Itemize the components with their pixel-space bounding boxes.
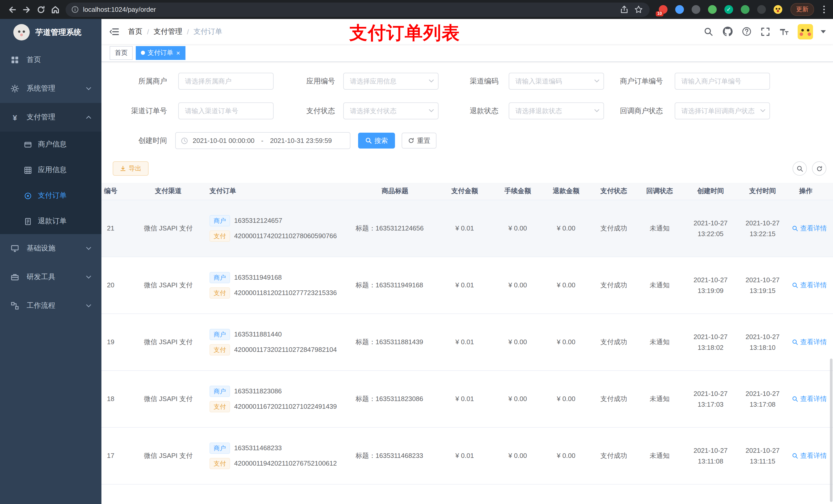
merchant-filter-input[interactable] — [178, 73, 273, 90]
target-icon — [24, 192, 32, 200]
cell-pay-status: 支付成功 — [591, 313, 636, 370]
hamburger-icon[interactable] — [101, 26, 127, 37]
cell-pay-amount: ¥ 0.01 — [435, 370, 494, 427]
column-header: 创建时间 — [683, 183, 738, 200]
cell-pay-status: 支付成功 — [591, 370, 636, 427]
browser-home-icon[interactable] — [48, 2, 63, 17]
channel-order-no-input[interactable] — [178, 102, 273, 119]
browser-reload-icon[interactable] — [34, 2, 48, 17]
refund-status-filter-select[interactable] — [509, 102, 604, 119]
view-detail-link[interactable]: 查看详情 — [792, 451, 827, 460]
cell-pay-amount: ¥ 0.01 — [435, 313, 494, 370]
browser-forward-icon[interactable] — [20, 2, 34, 17]
sidebar-item-system[interactable]: 系统管理 — [0, 74, 101, 103]
table-cell — [738, 484, 787, 504]
search-button[interactable]: 搜索 — [358, 133, 395, 148]
table-row: 20微信 JSAPI 支付商户1635311949168支付4200001181… — [101, 257, 833, 313]
column-header: 编号 — [101, 183, 131, 200]
order-number: 1635311881440 — [234, 330, 282, 338]
create-time-range-picker[interactable]: 2021-10-01 00:00:00 - 2021-10-31 23:59:5… — [175, 132, 351, 149]
cell-pay-status: 支付成功 — [591, 427, 636, 484]
extension-icon[interactable] — [774, 5, 782, 14]
export-button-label: 导出 — [128, 164, 141, 173]
view-detail-link[interactable]: 查看详情 — [792, 281, 827, 290]
extension-icon[interactable] — [741, 5, 749, 14]
site-info-icon[interactable] — [70, 4, 80, 15]
sidebar-item-home[interactable]: 首页 — [0, 46, 101, 74]
bookmark-star-icon[interactable] — [631, 2, 645, 17]
breadcrumb: 首页 / 支付管理 / 支付订单 — [128, 27, 222, 36]
extension-icon[interactable] — [757, 5, 766, 14]
close-icon[interactable]: × — [176, 49, 180, 56]
export-button[interactable]: 导出 — [113, 161, 148, 176]
extension-badge: 10 — [656, 11, 663, 16]
fullscreen-icon[interactable] — [760, 26, 771, 37]
table-row: 21微信 JSAPI 支付商户1635312124657支付4200001174… — [101, 200, 833, 257]
cell-title: 标题：1635311949168 — [355, 257, 435, 313]
breadcrumb-current: 支付订单 — [194, 27, 222, 36]
fee-amount: ¥ 0.00 — [508, 338, 527, 346]
share-icon[interactable] — [617, 2, 631, 17]
view-detail-link[interactable]: 查看详情 — [792, 223, 827, 233]
sidebar-item-label: 应用信息 — [38, 165, 67, 175]
github-icon[interactable] — [722, 26, 733, 37]
table-refresh-icon[interactable] — [812, 161, 826, 176]
channel-code-filter-select[interactable] — [509, 73, 604, 90]
avatar[interactable] — [798, 24, 813, 39]
filter-label: 渠道订单号 — [131, 102, 167, 119]
column-header: 退款金额 — [541, 183, 591, 200]
sidebar-item-devtools[interactable]: 研发工具 — [0, 263, 101, 291]
pay-tag: 支付 — [210, 230, 230, 241]
sidebar-item-refund-order[interactable]: 退款订单 — [0, 209, 101, 234]
view-detail-link[interactable]: 查看详情 — [792, 394, 827, 403]
sidebar-item-infra[interactable]: 基础设施 — [0, 234, 101, 263]
help-icon[interactable] — [741, 26, 752, 37]
filter-label: 创建时间 — [138, 132, 167, 149]
filter-label: 渠道编码 — [470, 73, 498, 90]
sidebar-item-app-info[interactable]: 应用信息 — [0, 157, 101, 183]
extension-icon[interactable] — [692, 5, 700, 14]
breadcrumb-pay[interactable]: 支付管理 — [154, 27, 182, 36]
pay-status-filter-select[interactable] — [343, 102, 438, 119]
tab-pay-order[interactable]: 支付订单 × — [136, 46, 185, 60]
extension-icon[interactable]: 10 — [659, 5, 668, 14]
cell-id — [101, 484, 131, 504]
date-text: 2021-10-27 — [683, 217, 738, 228]
app-filter-select[interactable] — [343, 73, 438, 90]
extension-icon[interactable]: ✓ — [724, 5, 733, 14]
browser-menu-icon[interactable] — [821, 4, 827, 15]
merchant-order-no-input[interactable] — [675, 73, 770, 90]
screen: localhost:1024/pay/order 10 ✓ 更新 芋道管理系统 — [0, 0, 833, 504]
notify-status-filter-select[interactable] — [675, 102, 770, 119]
font-size-icon[interactable] — [779, 26, 790, 37]
breadcrumb-home[interactable]: 首页 — [128, 27, 142, 36]
address-bar[interactable]: localhost:1024/pay/order — [66, 2, 649, 17]
table-search-toggle-icon[interactable] — [792, 161, 807, 176]
sidebar-item-pay-order[interactable]: 支付订单 — [0, 183, 101, 209]
tab-home[interactable]: 首页 — [110, 46, 133, 60]
breadcrumb-separator: / — [187, 27, 189, 35]
avatar-caret-icon[interactable] — [821, 30, 826, 33]
extension-icon[interactable] — [675, 5, 684, 14]
order-id: 18 — [107, 395, 115, 403]
browser-update-button[interactable]: 更新 — [790, 3, 814, 16]
vertical-scrollbar[interactable] — [830, 359, 832, 502]
cell-notify-status: 未通知 — [636, 427, 683, 484]
date-text: 2021-10-27 — [683, 445, 738, 456]
merchant-tag: 商户 — [210, 385, 230, 397]
reset-button[interactable]: 重置 — [402, 133, 436, 148]
browser-back-icon[interactable] — [5, 2, 20, 17]
order-number: 4200001173202110272847982104 — [234, 346, 337, 354]
sidebar-submenu-pay: 商户信息 应用信息 支付订单 退款订单 — [0, 131, 101, 234]
breadcrumb-separator: / — [147, 27, 149, 35]
time-text: 13:11:15 — [738, 456, 787, 466]
merchant-tag: 商户 — [210, 442, 230, 454]
sidebar-item-pay[interactable]: ¥ 支付管理 — [0, 103, 101, 131]
extension-icon[interactable] — [708, 5, 717, 14]
date-text: 2021-10-27 — [738, 217, 787, 228]
sidebar-item-workflow[interactable]: 工作流程 — [0, 291, 101, 320]
pay-channel: 微信 JSAPI 支付 — [144, 452, 193, 459]
sidebar-item-merchant-info[interactable]: 商户信息 — [0, 131, 101, 157]
view-detail-link[interactable]: 查看详情 — [792, 337, 827, 346]
search-icon[interactable] — [703, 26, 714, 37]
